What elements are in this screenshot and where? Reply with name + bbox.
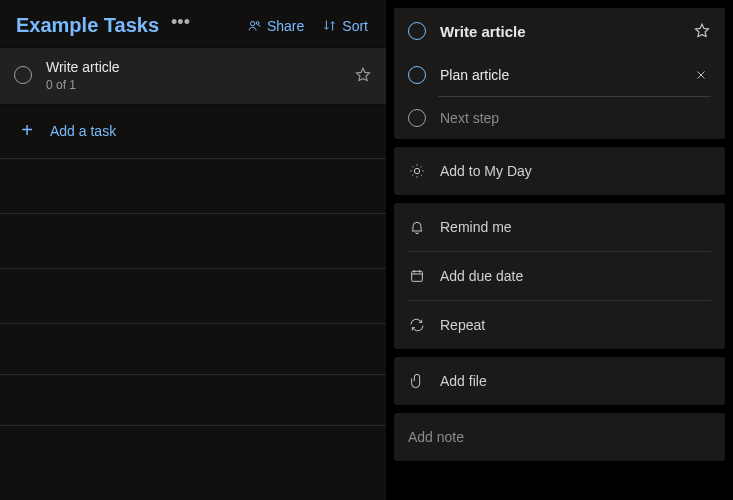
- share-label: Share: [267, 18, 304, 34]
- star-icon[interactable]: [693, 22, 711, 40]
- add-to-my-day-button[interactable]: Add to My Day: [394, 147, 725, 195]
- task-subtitle: 0 of 1: [46, 78, 354, 92]
- add-file-label: Add file: [440, 373, 487, 389]
- remind-me-label: Remind me: [440, 219, 512, 235]
- svg-point-1: [256, 22, 259, 25]
- remove-step-button[interactable]: [691, 67, 711, 83]
- divider: [0, 268, 386, 269]
- add-task-placeholder: Add a task: [50, 123, 116, 139]
- task-text: Write article 0 of 1: [46, 58, 354, 92]
- remind-me-button[interactable]: Remind me: [394, 203, 725, 251]
- repeat-label: Repeat: [440, 317, 485, 333]
- star-icon[interactable]: [354, 66, 372, 84]
- sort-label: Sort: [342, 18, 368, 34]
- add-to-my-day-card[interactable]: Add to My Day: [394, 147, 725, 195]
- add-task-input[interactable]: + Add a task: [0, 105, 386, 159]
- task-list-pane: Example Tasks ••• Share Sort: [0, 0, 386, 500]
- share-button[interactable]: Share: [247, 18, 304, 34]
- bell-icon: [408, 219, 426, 235]
- step-complete-toggle[interactable]: [408, 66, 426, 84]
- list-title[interactable]: Example Tasks: [16, 14, 159, 37]
- repeat-icon: [408, 317, 426, 333]
- detail-header: Write article: [394, 8, 725, 54]
- sort-button[interactable]: Sort: [322, 18, 368, 34]
- repeat-button[interactable]: Repeat: [394, 301, 725, 349]
- divider: [0, 213, 386, 214]
- add-file-button[interactable]: Add file: [394, 357, 725, 405]
- add-note-input[interactable]: Add note: [394, 413, 725, 461]
- sort-icon: [322, 18, 337, 33]
- add-to-my-day-label: Add to My Day: [440, 163, 532, 179]
- calendar-icon: [408, 268, 426, 284]
- complete-toggle[interactable]: [408, 22, 426, 40]
- step-label: Plan article: [440, 67, 691, 83]
- list-more-button[interactable]: •••: [171, 13, 190, 31]
- add-due-date-label: Add due date: [440, 268, 523, 284]
- step-placeholder-circle: [408, 109, 426, 127]
- detail-title[interactable]: Write article: [440, 23, 693, 40]
- schedule-card: Remind me Add due date Repeat: [394, 203, 725, 349]
- sun-icon: [408, 163, 426, 179]
- task-row[interactable]: Write article 0 of 1: [0, 47, 386, 105]
- paperclip-icon: [408, 373, 426, 389]
- next-step-placeholder: Next step: [440, 110, 711, 126]
- share-icon: [247, 18, 262, 33]
- divider: [0, 374, 386, 375]
- complete-toggle[interactable]: [14, 66, 32, 84]
- divider: [0, 323, 386, 324]
- divider: [0, 425, 386, 426]
- step-row[interactable]: Plan article: [394, 54, 725, 96]
- svg-rect-3: [412, 271, 423, 281]
- task-title: Write article: [46, 58, 354, 76]
- detail-header-card: Write article Plan article Next step: [394, 8, 725, 139]
- task-detail-pane: Write article Plan article Next step: [386, 0, 733, 500]
- add-note-placeholder: Add note: [408, 429, 464, 445]
- add-due-date-button[interactable]: Add due date: [394, 252, 725, 300]
- svg-point-0: [250, 21, 254, 25]
- svg-point-2: [414, 168, 419, 173]
- plus-icon: +: [18, 119, 36, 142]
- list-header: Example Tasks ••• Share Sort: [0, 0, 386, 47]
- add-step-input[interactable]: Next step: [394, 97, 725, 139]
- add-file-card[interactable]: Add file: [394, 357, 725, 405]
